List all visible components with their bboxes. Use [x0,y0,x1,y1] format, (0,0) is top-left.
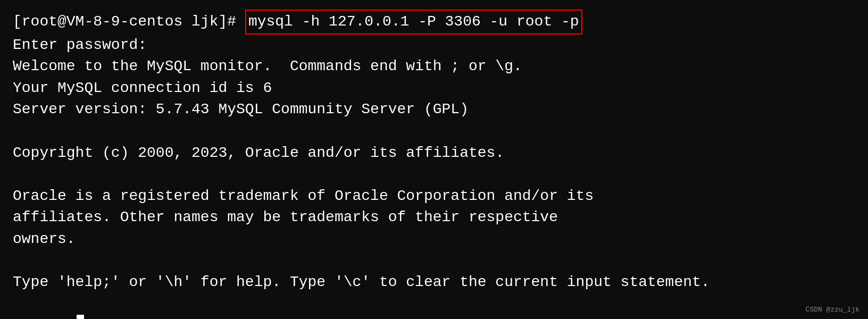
shell-prompt: [root@VM-8-9-centos ljk]# [13,11,236,33]
empty-line-2 [13,164,855,186]
watermark: CSDN @zzu_ljk [806,306,859,314]
help-line: Type 'help;' or '\h' for help. Type '\c'… [13,272,855,293]
enter-password-line: Enter password: [13,35,855,56]
welcome-text: Welcome to the MySQL monitor. Commands e… [13,56,522,78]
trademark-text-3: owners. [13,229,76,250]
copyright-text: Copyright (c) 2000, 2023, Oracle and/or … [13,142,504,164]
copyright-line: Copyright (c) 2000, 2023, Oracle and/or … [13,142,855,164]
trademark-line-1: Oracle is a registered trademark of Orac… [13,186,855,207]
mysql-prompt-line[interactable]: mysql> [13,315,855,319]
mysql-prompt-text: mysql> [13,315,76,319]
server-version-text: Server version: 5.7.43 MySQL Community S… [13,99,469,121]
server-version-line: Server version: 5.7.43 MySQL Community S… [13,99,855,121]
trademark-text-2: affiliates. Other names may be trademark… [13,207,558,229]
terminal-window: [root@VM-8-9-centos ljk]# mysql -h 127.0… [0,0,868,319]
command-text: mysql -h 127.0.0.1 -P 3306 -u root -p [245,10,582,35]
trademark-text-1: Oracle is a registered trademark of Orac… [13,186,594,207]
cursor [77,315,84,319]
trademark-line-3: owners. [13,229,855,250]
help-text: Type 'help;' or '\h' for help. Type '\c'… [13,272,710,293]
enter-password-text: Enter password: [13,35,147,56]
empty-line-3 [13,250,855,272]
empty-line-1 [13,121,855,142]
connection-id-text: Your MySQL connection id is 6 [13,78,272,99]
trademark-line-2: affiliates. Other names may be trademark… [13,207,855,229]
command-line: [root@VM-8-9-centos ljk]# mysql -h 127.0… [13,10,855,35]
prompt-space [236,11,245,33]
connection-id-line: Your MySQL connection id is 6 [13,78,855,99]
welcome-line: Welcome to the MySQL monitor. Commands e… [13,56,855,78]
empty-line-4 [13,293,855,315]
